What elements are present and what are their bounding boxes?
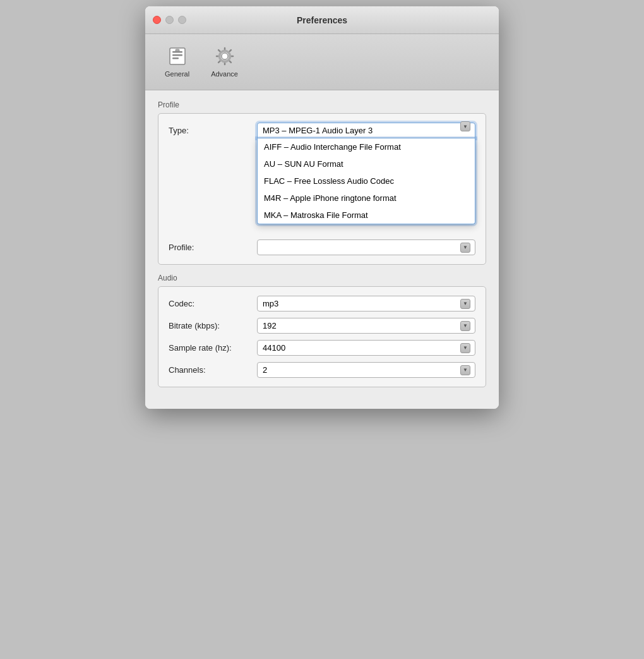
codec-row: Codec: mp3 ▼ <box>169 296 475 311</box>
samplerate-dropdown[interactable]: 44100 <box>257 340 475 356</box>
codec-label: Codec: <box>169 299 257 308</box>
profile-label: Profile: <box>169 243 257 252</box>
bitrate-row: Bitrate (kbps): 192 ▼ <box>169 318 475 334</box>
codec-dropdown[interactable]: mp3 <box>257 296 475 311</box>
type-row: Type: MP3 – MPEG-1 Audio Layer 3 ▼ AIFF … <box>169 123 475 138</box>
profile-row: Profile: ▼ <box>169 239 475 255</box>
svg-rect-4 <box>176 49 179 52</box>
type-label: Type: <box>169 126 257 135</box>
toolbar-btn-advance[interactable]: Advance <box>201 40 247 82</box>
svg-point-7 <box>222 53 228 59</box>
minimize-button[interactable] <box>165 16 174 24</box>
toolbar-btn-general[interactable]: General <box>155 40 199 82</box>
samplerate-row: Sample rate (hz): 44100 ▼ <box>169 340 475 356</box>
close-button[interactable] <box>153 16 161 24</box>
channels-row: Channels: 2 ▼ <box>169 362 475 378</box>
main-content: Profile Type: MP3 – MPEG-1 Audio Layer 3… <box>145 90 499 409</box>
svg-rect-3 <box>172 57 179 59</box>
type-dropdown-selected[interactable]: MP3 – MPEG-1 Audio Layer 3 <box>257 123 475 138</box>
traffic-lights <box>153 16 186 24</box>
general-btn-label: General <box>165 70 189 78</box>
zoom-button[interactable] <box>178 16 186 24</box>
toolbar: General Advance <box>145 34 499 90</box>
profile-dropdown-container: ▼ <box>257 239 475 255</box>
window-title: Preferences <box>297 15 347 25</box>
titlebar: Preferences <box>145 6 499 34</box>
samplerate-dropdown-container: 44100 ▼ <box>257 340 475 356</box>
bitrate-label: Bitrate (kbps): <box>169 321 257 330</box>
type-dropdown-list: AIFF – Audio Interchange File Format AU … <box>257 138 475 224</box>
preferences-window: Preferences General <box>145 6 499 409</box>
type-dropdown-container: MP3 – MPEG-1 Audio Layer 3 ▼ AIFF – Audi… <box>257 123 475 138</box>
dropdown-item-flac[interactable]: FLAC – Free Lossless Audio Codec <box>258 172 475 190</box>
channels-dropdown-container: 2 ▼ <box>257 362 475 378</box>
advance-btn-label: Advance <box>211 70 238 78</box>
type-selected-value: MP3 – MPEG-1 Audio Layer 3 <box>263 126 373 135</box>
bitrate-dropdown-container: 192 ▼ <box>257 318 475 334</box>
channels-label: Channels: <box>169 365 257 375</box>
svg-rect-2 <box>172 54 182 56</box>
dropdown-item-au[interactable]: AU – SUN AU Format <box>258 155 475 172</box>
general-icon <box>166 45 189 68</box>
audio-group: Codec: mp3 ▼ Bitrate (kbps): 192 ▼ <box>158 286 486 387</box>
samplerate-label: Sample rate (hz): <box>169 343 257 353</box>
dropdown-item-m4r[interactable]: M4R – Apple iPhone ringtone format <box>258 190 475 207</box>
codec-dropdown-container: mp3 ▼ <box>257 296 475 311</box>
audio-section-label: Audio <box>158 274 486 282</box>
dropdown-item-mka[interactable]: MKA – Matroska File Format <box>258 207 475 224</box>
type-dropdown-scroll[interactable]: AIFF – Audio Interchange File Format AU … <box>258 138 475 224</box>
channels-dropdown[interactable]: 2 <box>257 362 475 378</box>
profile-section-label: Profile <box>158 100 486 109</box>
bitrate-dropdown[interactable]: 192 <box>257 318 475 334</box>
dropdown-item-aiff[interactable]: AIFF – Audio Interchange File Format <box>258 138 475 155</box>
gear-icon <box>213 45 236 68</box>
profile-group: Type: MP3 – MPEG-1 Audio Layer 3 ▼ AIFF … <box>158 113 486 265</box>
profile-dropdown[interactable] <box>257 239 475 255</box>
